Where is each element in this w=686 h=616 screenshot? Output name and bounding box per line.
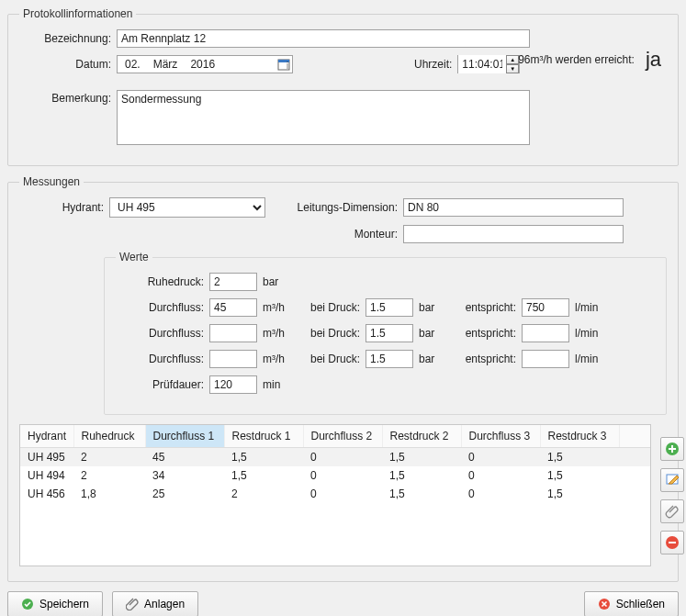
entspricht-3-input[interactable] bbox=[522, 350, 569, 368]
plus-circle-icon bbox=[665, 442, 680, 456]
messungen-table[interactable]: HydrantRuhedruckDurchfluss 1Restdruck 1D… bbox=[19, 424, 651, 566]
unit-bar: bar bbox=[419, 353, 452, 365]
close-circle-icon bbox=[598, 598, 611, 610]
entspricht-1-input[interactable] bbox=[522, 298, 569, 317]
durchfluss-1-input[interactable] bbox=[209, 298, 257, 317]
ruhedruck-label: Ruhedruck: bbox=[134, 275, 204, 288]
svg-rect-8 bbox=[669, 542, 676, 543]
protokoll-legend: Protokollinformationen bbox=[19, 7, 136, 20]
druck-3-input[interactable] bbox=[365, 350, 413, 368]
werte-legend: Werte bbox=[116, 251, 152, 263]
check-circle-icon bbox=[21, 598, 34, 610]
protokoll-fieldset: Protokollinformationen 96m³/h werden err… bbox=[7, 7, 679, 166]
entspricht-label: entspricht: bbox=[457, 301, 516, 314]
monteur-input[interactable] bbox=[403, 225, 624, 243]
durchfluss-2-input[interactable] bbox=[209, 324, 257, 342]
entspricht-label: entspricht: bbox=[457, 353, 516, 365]
col-restdruck-3[interactable]: Restdruck 3 bbox=[540, 425, 619, 447]
add-row-button[interactable] bbox=[660, 437, 684, 461]
monteur-label: Monteur: bbox=[295, 228, 398, 241]
pruefdauer-label: Prüfdauer: bbox=[134, 378, 204, 391]
edit-row-button[interactable] bbox=[660, 468, 684, 492]
leitungs-label: Leitungs-Dimension: bbox=[295, 201, 398, 214]
anlagen-label: Anlagen bbox=[144, 598, 185, 610]
status-row: 96m³/h werden erreicht: ja bbox=[518, 48, 661, 72]
edit-icon bbox=[665, 473, 680, 487]
col-ruhedruck[interactable]: Ruhedruck bbox=[73, 425, 145, 447]
unit-m3h: m³/h bbox=[263, 327, 296, 340]
status-value: ja bbox=[646, 48, 661, 72]
bemerkung-textarea[interactable]: Sondermessung bbox=[117, 90, 530, 145]
table-row[interactable]: UH 4561,825201,501,5 bbox=[20, 485, 651, 503]
unit-lmin: l/min bbox=[575, 327, 598, 340]
uhrzeit-input-wrap[interactable]: ▲ ▼ bbox=[457, 55, 520, 73]
leitungs-input[interactable] bbox=[403, 198, 624, 217]
pruefdauer-input[interactable] bbox=[209, 375, 257, 394]
unit-m3h: m³/h bbox=[263, 301, 296, 314]
calendar-icon[interactable] bbox=[276, 58, 288, 71]
ruhedruck-input[interactable] bbox=[209, 273, 257, 291]
col-durchfluss-3[interactable]: Durchfluss 3 bbox=[461, 425, 540, 447]
schliessen-button[interactable]: Schließen bbox=[584, 591, 679, 616]
durchfluss-3-input[interactable] bbox=[209, 350, 257, 368]
unit-lmin: l/min bbox=[575, 353, 598, 365]
bei-druck-label: bei Druck: bbox=[301, 353, 360, 365]
unit-min: min bbox=[263, 378, 280, 391]
hydrant-label: Hydrant: bbox=[19, 201, 104, 214]
datum-label: Datum: bbox=[19, 58, 111, 71]
col-restdruck-2[interactable]: Restdruck 2 bbox=[382, 425, 461, 447]
druck-1-input[interactable] bbox=[365, 298, 413, 317]
bei-druck-label: bei Druck: bbox=[301, 301, 360, 314]
paperclip-icon bbox=[665, 504, 680, 519]
col-hydrant[interactable]: Hydrant bbox=[20, 425, 73, 447]
durchfluss-label: Durchfluss: bbox=[134, 327, 204, 340]
col-durchfluss-2[interactable]: Durchfluss 2 bbox=[303, 425, 382, 447]
messungen-legend: Messungen bbox=[19, 175, 84, 188]
bei-druck-label: bei Druck: bbox=[301, 327, 360, 340]
table-row[interactable]: UH 4952451,501,501,5 bbox=[20, 447, 651, 466]
table-row[interactable]: UH 4942341,501,501,5 bbox=[20, 466, 651, 485]
uhrzeit-input[interactable] bbox=[458, 55, 506, 73]
bezeichnung-label: Bezeichnung: bbox=[19, 32, 111, 45]
anlagen-button[interactable]: Anlagen bbox=[112, 591, 198, 616]
speichern-label: Speichern bbox=[39, 598, 89, 610]
paperclip-icon bbox=[126, 598, 139, 610]
druck-2-input[interactable] bbox=[365, 324, 413, 342]
col-durchfluss-1[interactable]: Durchfluss 1 bbox=[145, 425, 224, 447]
durchfluss-label: Durchfluss: bbox=[134, 353, 204, 365]
schliessen-label: Schließen bbox=[616, 598, 665, 610]
svg-rect-5 bbox=[669, 448, 676, 450]
unit-lmin: l/min bbox=[575, 301, 598, 314]
unit-bar: bar bbox=[419, 327, 452, 340]
durchfluss-label: Durchfluss: bbox=[134, 301, 204, 314]
messungen-fieldset: Messungen Hydrant: UH 495 Leitungs-Dimen… bbox=[7, 175, 679, 582]
attach-button[interactable] bbox=[660, 499, 684, 523]
status-text: 96m³/h werden erreicht: bbox=[518, 53, 635, 66]
hydrant-select[interactable]: UH 495 bbox=[109, 197, 265, 218]
datum-picker[interactable]: 02. März 2016 bbox=[117, 55, 293, 73]
speichern-button[interactable]: Speichern bbox=[7, 591, 103, 616]
bemerkung-label: Bemerkung: bbox=[19, 90, 111, 105]
bezeichnung-input[interactable] bbox=[117, 29, 530, 48]
col-restdruck-1[interactable]: Restdruck 1 bbox=[224, 425, 303, 447]
unit-bar: bar bbox=[419, 301, 452, 314]
minus-circle-icon bbox=[665, 535, 680, 550]
werte-fieldset: Werte Ruhedruck: bar Durchfluss:m³/hbei … bbox=[104, 251, 667, 415]
unit-bar: bar bbox=[263, 275, 278, 288]
entspricht-2-input[interactable] bbox=[522, 324, 569, 342]
uhrzeit-label: Uhrzeit: bbox=[414, 58, 452, 71]
unit-m3h: m³/h bbox=[263, 353, 296, 365]
entspricht-label: entspricht: bbox=[457, 327, 516, 340]
delete-row-button[interactable] bbox=[660, 531, 684, 554]
